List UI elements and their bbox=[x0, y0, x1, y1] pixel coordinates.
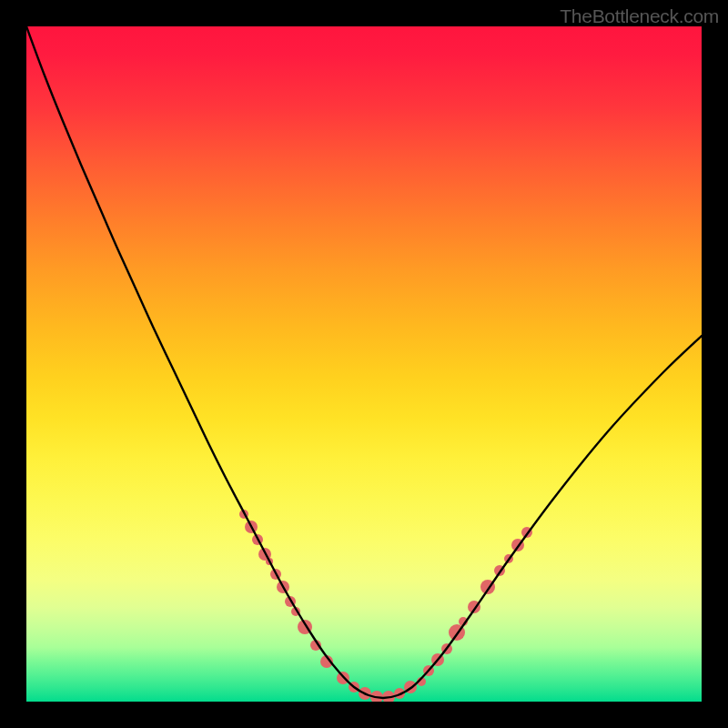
chart-frame: TheBottleneck.com bbox=[0, 0, 728, 728]
chart-svg bbox=[26, 26, 702, 702]
bottleneck-curve bbox=[26, 26, 702, 698]
plot-area bbox=[26, 26, 702, 702]
watermark-text: TheBottleneck.com bbox=[560, 5, 719, 27]
marker-dots-group bbox=[239, 510, 532, 702]
